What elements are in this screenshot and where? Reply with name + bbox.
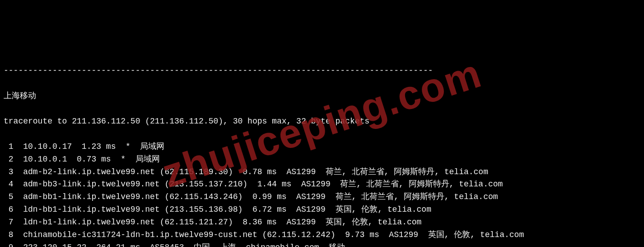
hop-row: 4 adm-bb3-link.ip.twelve99.net (213.155.…: [4, 178, 640, 191]
hop-row: 6 ldn-bb1-link.ip.twelve99.net (213.155.…: [4, 204, 640, 216]
hop-detail: adm-bb1-link.ip.twelve99.net (62.115.143…: [14, 192, 498, 201]
hop-row: 7 ldn-b1-link.ip.twelve99.net (62.115.12…: [4, 216, 640, 229]
hops-list: 1 10.10.0.17 1.23 ms * 局域网 2 10.10.0.1 0…: [4, 141, 640, 247]
hop-number: 2: [4, 155, 14, 164]
hop-number: 6: [4, 205, 14, 214]
terminal-output: ----------------------------------------…: [4, 52, 640, 247]
hop-detail: ldn-b1-link.ip.twelve99.net (62.115.121.…: [14, 218, 422, 227]
hop-number: 4: [4, 180, 14, 189]
hop-number: 5: [4, 192, 14, 201]
hop-row: 5 adm-bb1-link.ip.twelve99.net (62.115.1…: [4, 191, 640, 204]
hop-detail: 10.10.0.17 1.23 ms * 局域网: [14, 142, 165, 151]
hop-row: 8 chinamobile-ic311724-ldn-b1.ip.twelve9…: [4, 229, 640, 242]
hop-detail: ldn-bb1-link.ip.twelve99.net (213.155.13…: [14, 205, 431, 214]
hop-number: 1: [4, 142, 14, 151]
hop-number: 3: [4, 167, 14, 176]
hop-row: 2 10.10.0.1 0.73 ms * 局域网: [4, 153, 640, 166]
traceroute-header: traceroute to 211.136.112.50 (211.136.11…: [4, 115, 640, 128]
hop-detail: 223.120.15.22 264.21 ms AS58453 中国, 上海, …: [14, 243, 345, 247]
hop-detail: adm-b2-link.ip.twelve99.net (62.115.189.…: [14, 167, 488, 176]
hop-detail: adm-bb3-link.ip.twelve99.net (213.155.13…: [14, 180, 503, 189]
hop-number: 9: [4, 243, 14, 247]
hop-row: 3 adm-b2-link.ip.twelve99.net (62.115.18…: [4, 166, 640, 179]
separator-line: ----------------------------------------…: [4, 65, 640, 77]
traceroute-title: 上海移动: [4, 90, 640, 103]
hop-row: 9 223.120.15.22 264.21 ms AS58453 中国, 上海…: [4, 242, 640, 247]
hop-number: 8: [4, 230, 14, 239]
hop-detail: chinamobile-ic311724-ldn-b1.ip.twelve99-…: [14, 230, 524, 239]
hop-row: 1 10.10.0.17 1.23 ms * 局域网: [4, 141, 640, 153]
hop-number: 7: [4, 218, 14, 227]
hop-detail: 10.10.0.1 0.73 ms * 局域网: [14, 155, 160, 164]
